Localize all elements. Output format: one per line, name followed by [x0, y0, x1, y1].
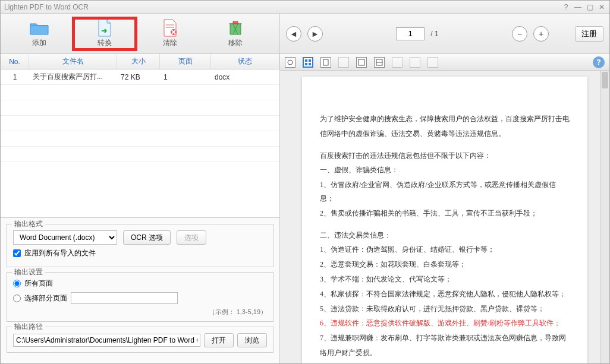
convert-label: 转换: [98, 38, 112, 48]
doc-s2-7: 7、违规兼职网赚：发布刷单、打字等欺诈类兼职或违法灰色网赚信息，导致网: [320, 331, 570, 345]
main-toolbar: 添加 转换 清除 移除: [1, 14, 279, 54]
output-path-fieldset: 输出路径 打开 浏览: [7, 327, 273, 353]
doc-p1: 为了维护安全健康的搜索生态，保障搜索用户的合法权益，百度搜索严厉打击电: [320, 112, 570, 126]
svg-rect-7: [309, 59, 311, 62]
clear-label: 清除: [163, 38, 177, 48]
page-number-input[interactable]: [396, 27, 425, 40]
col-header-status[interactable]: 状态: [211, 54, 279, 69]
svg-rect-10: [323, 59, 328, 65]
preview-topbar: ◄ ► / 1 − + 注册: [280, 14, 609, 54]
close-icon[interactable]: ✕: [598, 3, 606, 11]
help-titlebar-icon[interactable]: ?: [562, 3, 570, 11]
select-pages-label: 选择部分页面: [24, 293, 67, 303]
window-title: Lighten PDF to Word OCR: [4, 3, 558, 11]
remove-label: 移除: [228, 38, 243, 48]
select-pages-radio-row[interactable]: 选择部分页面: [13, 292, 267, 304]
trash-icon: [225, 20, 246, 36]
doc-s1-2: 2、售卖或传播诈骗相关的书籍、手法、工具，宣传不正当获利手段；: [320, 207, 570, 220]
doc-s2-6: 6、违规软件：恶意提供软件破解版、游戏外挂、刷赞/刷粉等作弊工具软件；: [320, 316, 570, 330]
titlebar: Lighten PDF to Word OCR ? — ▢ ✕: [1, 1, 609, 14]
viewmode-9-icon[interactable]: [427, 57, 438, 68]
options-button[interactable]: 选项: [177, 230, 206, 245]
all-pages-label: 所有页面: [24, 278, 53, 289]
maximize-icon[interactable]: ▢: [586, 3, 594, 11]
col-header-size[interactable]: 大小: [117, 54, 160, 69]
preview-area: 为了维护安全健康的搜索生态，保障搜索用户的合法权益，百度搜索严厉打击电 信网络中…: [280, 71, 609, 363]
doc-s2-8: 络用户财产受损。: [320, 346, 570, 360]
output-settings-fieldset: 输出设置 所有页面 选择部分页面 （示例： 1,3-5,19）: [7, 272, 273, 322]
apply-all-checkbox[interactable]: [13, 249, 21, 257]
doc-s2-2: 2、恶意套现交易：如花呗套现、白条套现等；: [320, 258, 570, 271]
page-range-hint: （示例： 1,3-5,19）: [13, 308, 267, 316]
all-pages-radio-row[interactable]: 所有页面: [13, 278, 267, 289]
svg-rect-8: [305, 63, 307, 65]
doc-s2-1: 1、伪造证件：伪造驾照、身份证、结婚证、银行卡等；: [320, 243, 570, 257]
browse-button[interactable]: 浏览: [237, 333, 267, 347]
cell-no: 1: [1, 69, 29, 84]
clear-button[interactable]: 清除: [137, 17, 203, 51]
remove-button[interactable]: 移除: [203, 17, 268, 51]
viewmode-6-icon[interactable]: [374, 57, 385, 68]
scrollbar-thumb[interactable]: [602, 72, 608, 88]
doc-s1: 一、虚假、诈骗类信息：: [320, 163, 570, 177]
cell-page: 1: [160, 69, 211, 84]
format-legend: 输出格式: [12, 219, 45, 229]
path-input[interactable]: [13, 334, 200, 347]
register-button[interactable]: 注册: [575, 26, 603, 42]
viewmode-8-icon[interactable]: [410, 57, 420, 68]
viewmode-fit-icon[interactable]: [285, 57, 295, 68]
svg-rect-11: [359, 59, 364, 65]
document-clear-icon: [159, 20, 181, 36]
page-range-input[interactable]: [71, 292, 178, 304]
document-arrow-icon: [94, 20, 115, 36]
svg-rect-6: [305, 59, 307, 62]
table-row[interactable]: 1 关于百度搜索严厉打... 72 KB 1 docx: [1, 69, 279, 85]
document-page: 为了维护安全健康的搜索生态，保障搜索用户的合法权益，百度搜索严厉打击电 信网络中…: [302, 77, 587, 363]
help-icon[interactable]: ?: [593, 56, 605, 68]
ocr-options-button[interactable]: OCR 选项: [123, 230, 171, 245]
viewmode-page-icon[interactable]: [320, 57, 331, 68]
table-header: No. 文件名 大小 页面 状态: [1, 54, 279, 69]
format-select[interactable]: Word Document (.docx): [13, 230, 117, 245]
doc-s1-1: 1、仿冒政府/企业官网、伪造政府/企业联系方式等，或恶意传播相关虚假信息；: [320, 178, 570, 205]
zoom-in-button[interactable]: +: [533, 26, 549, 42]
cell-status: docx: [211, 69, 279, 84]
page-total-label: / 1: [430, 30, 438, 38]
next-page-button[interactable]: ►: [307, 26, 323, 42]
minimize-icon[interactable]: —: [574, 3, 582, 11]
col-header-no[interactable]: No.: [1, 54, 29, 69]
prev-page-button[interactable]: ◄: [286, 26, 301, 42]
zoom-out-button[interactable]: −: [512, 26, 527, 42]
doc-s2: 二、违法交易类信息：: [320, 229, 570, 242]
select-pages-radio[interactable]: [13, 295, 21, 302]
apply-all-checkbox-row[interactable]: 应用到所有导入的文件: [13, 248, 267, 258]
svg-rect-9: [309, 63, 311, 65]
add-label: 添加: [32, 38, 46, 48]
viewmode-grid-icon[interactable]: [303, 57, 313, 68]
file-table: 1 关于百度搜索严厉打... 72 KB 1 docx: [1, 69, 279, 217]
output-format-fieldset: 输出格式 Word Document (.docx) OCR 选项 选项 应用到…: [7, 224, 273, 267]
col-header-page[interactable]: 页面: [160, 54, 211, 69]
doc-s2-4: 4、私家侦探：不符合国家法律规定，恶意探究他人隐私，侵犯他人隐私权等；: [320, 287, 570, 301]
apply-all-label: 应用到所有导入的文件: [24, 248, 96, 258]
svg-point-5: [288, 60, 293, 65]
convert-button[interactable]: 转换: [72, 17, 137, 51]
cell-size: 72 KB: [117, 69, 160, 84]
output-legend: 输出设置: [12, 267, 45, 277]
doc-s2-5: 5、违法贷款：未取得政府认可，进行无抵押贷款、黑户贷款、裸贷等；: [320, 302, 570, 316]
doc-p2: 信网络中的虚假诈骗、违法交易、黄赌毒等违法违规信息。: [320, 127, 570, 141]
viewmode-7-icon[interactable]: [392, 57, 403, 68]
doc-p3: 百度搜索打击的违法违规信息包括但不限于以下内容：: [320, 149, 570, 163]
viewmode-4-icon[interactable]: [338, 57, 349, 68]
folder-open-icon: [29, 20, 50, 36]
cell-name: 关于百度搜索严厉打...: [29, 69, 117, 84]
preview-scrollbar[interactable]: [600, 71, 609, 363]
all-pages-radio[interactable]: [13, 280, 21, 287]
path-legend: 输出路径: [12, 322, 45, 332]
open-button[interactable]: 打开: [204, 333, 234, 347]
viewmode-5-icon[interactable]: [356, 57, 367, 68]
add-button[interactable]: 添加: [7, 17, 72, 51]
view-toolbar: ?: [280, 54, 609, 71]
col-header-name[interactable]: 文件名: [29, 54, 117, 69]
doc-s2-3: 3、学术不端：如代发论文、代写论文等；: [320, 273, 570, 286]
